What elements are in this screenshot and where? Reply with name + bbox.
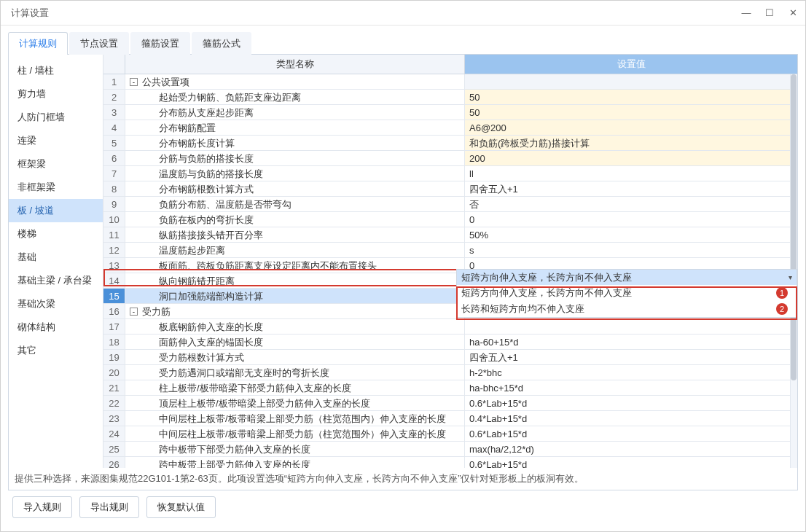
- table-row[interactable]: 4分布钢筋配置A6@200: [103, 120, 797, 136]
- row-value[interactable]: 50: [465, 90, 797, 105]
- row-value[interactable]: 200: [465, 151, 797, 166]
- row-number: 22: [103, 396, 125, 411]
- row-value[interactable]: ha-bhc+15*d: [465, 380, 797, 396]
- row-value[interactable]: 0.6*Lab+15*d: [465, 396, 797, 411]
- collapse-toggle-icon[interactable]: -: [130, 308, 138, 316]
- sidebar-item[interactable]: 砌体结构: [9, 316, 103, 339]
- row-value[interactable]: ll: [465, 166, 797, 181]
- col-header-name: 类型名称: [125, 55, 465, 74]
- table-row[interactable]: 21柱上板带/板带暗梁下部受力筋伸入支座的长度ha-bhc+15*d: [103, 380, 797, 396]
- row-name: 洞口加强筋端部构造计算: [125, 289, 465, 304]
- row-value[interactable]: 0.6*Lab+15*d: [465, 457, 797, 468]
- minimize-icon[interactable]: —: [741, 7, 751, 18]
- row-name: -受力筋: [125, 304, 465, 319]
- row-number: 5: [103, 136, 125, 151]
- tab-node-settings[interactable]: 节点设置: [69, 32, 129, 55]
- restore-defaults-button[interactable]: 恢复默认值: [146, 496, 216, 518]
- row-name: 受力筋遇洞口或端部无支座时的弯折长度: [125, 365, 465, 380]
- sidebar-item[interactable]: 剪力墙: [9, 82, 103, 106]
- row-value[interactable]: [465, 319, 797, 335]
- tab-stirrup-formula[interactable]: 箍筋公式: [192, 32, 251, 55]
- row-value[interactable]: max(ha/2,12*d): [465, 442, 797, 457]
- tab-stirrup-settings[interactable]: 箍筋设置: [130, 32, 190, 55]
- close-icon[interactable]: ✕: [788, 7, 798, 18]
- button-bar: 导入规则 导出规则 恢复默认值: [8, 490, 798, 525]
- row-name: 柱上板带/板带暗梁下部受力筋伸入支座的长度: [125, 380, 465, 396]
- table-row[interactable]: 25跨中板带下部受力筋伸入支座的长度max(ha/2,12*d): [103, 442, 797, 457]
- table-row[interactable]: 19受力筋根数计算方式四舍五入+1: [103, 350, 797, 365]
- table-row[interactable]: 17板底钢筋伸入支座的长度: [103, 319, 797, 335]
- chevron-down-icon: ▾: [789, 273, 792, 281]
- maximize-icon[interactable]: ☐: [764, 7, 775, 18]
- row-value[interactable]: 四舍五入+1: [465, 350, 797, 365]
- sidebar-item[interactable]: 板 / 坡道: [9, 199, 103, 222]
- sidebar-item[interactable]: 柱 / 墙柱: [9, 59, 103, 82]
- row-value[interactable]: h-2*bhc: [465, 365, 797, 380]
- sidebar-item[interactable]: 框架梁: [9, 152, 103, 176]
- row-number: 2: [103, 90, 125, 105]
- row-name-text: 纵筋搭接接头错开百分率: [159, 230, 263, 240]
- dropdown-selected[interactable]: 短跨方向伸入支座，长跨方向不伸入支座 ▾: [457, 270, 797, 285]
- row-name: 分布钢筋长度计算: [125, 136, 465, 151]
- row-value[interactable]: s: [465, 243, 797, 258]
- row-value[interactable]: 0: [465, 212, 797, 227]
- table-row[interactable]: 18面筋伸入支座的锚固长度ha-60+15*d: [103, 335, 797, 350]
- row-value[interactable]: ha-60+15*d: [465, 335, 797, 350]
- import-rules-button[interactable]: 导入规则: [12, 496, 72, 518]
- sidebar-item[interactable]: 基础次梁: [9, 292, 103, 316]
- row-name-text: 板底钢筋伸入支座的长度: [159, 321, 263, 332]
- dropdown-option[interactable]: 长跨和短跨方向均不伸入支座 2: [457, 301, 797, 317]
- sidebar-item[interactable]: 连梁: [9, 129, 103, 152]
- row-value[interactable]: 和负筋(跨板受力筋)搭接计算: [465, 136, 797, 151]
- row-value[interactable]: 0.4*Lab+15*d: [465, 411, 797, 426]
- row-value[interactable]: 0.6*Lab+15*d: [465, 426, 797, 442]
- row-value[interactable]: 四舍五入+1: [465, 181, 797, 197]
- table-row[interactable]: 11纵筋搭接接头错开百分率50%: [103, 227, 797, 243]
- table-row[interactable]: 8分布钢筋根数计算方式四舍五入+1: [103, 181, 797, 197]
- value-dropdown[interactable]: 短跨方向伸入支座，长跨方向不伸入支座 ▾ 短跨方向伸入支座，长跨方向不伸入支座 …: [456, 269, 797, 318]
- row-number: 13: [103, 258, 125, 273]
- table-row[interactable]: 3分布筋从支座起步距离50: [103, 105, 797, 120]
- row-name-text: 受力筋: [142, 306, 171, 317]
- row-value[interactable]: [465, 74, 797, 90]
- table-row[interactable]: 24中间层柱上板带/板带暗梁上部受力筋（柱宽范围外）伸入支座的长度0.6*Lab…: [103, 426, 797, 442]
- row-name: 负筋分布筋、温度筋是否带弯勾: [125, 197, 465, 212]
- table-row[interactable]: 22顶层柱上板带/板带暗梁上部受力筋伸入支座的长度0.6*Lab+15*d: [103, 396, 797, 411]
- row-name-text: 分布钢筋根数计算方式: [159, 184, 254, 195]
- dropdown-option[interactable]: 短跨方向伸入支座，长跨方向不伸入支座 1: [457, 285, 797, 301]
- row-name-text: 跨中板带上部受力筋伸入支座的长度: [159, 459, 310, 468]
- sidebar-item[interactable]: 基础: [9, 246, 103, 269]
- row-value[interactable]: 50: [465, 105, 797, 120]
- row-name: 板面筋、跨板负筋距离支座设定距离内不能布置接头: [125, 258, 465, 273]
- row-number: 20: [103, 365, 125, 380]
- sidebar-item[interactable]: 人防门框墙: [9, 106, 103, 129]
- table-row[interactable]: 12温度筋起步距离s: [103, 243, 797, 258]
- row-value[interactable]: A6@200: [465, 120, 797, 136]
- row-number: 17: [103, 319, 125, 335]
- row-number: 23: [103, 411, 125, 426]
- sidebar-item[interactable]: 其它: [9, 339, 103, 362]
- table-row[interactable]: 9负筋分布筋、温度筋是否带弯勾否: [103, 197, 797, 212]
- table-row[interactable]: 10负筋在板内的弯折长度0: [103, 212, 797, 227]
- row-number: 11: [103, 227, 125, 243]
- row-value[interactable]: 50%: [465, 227, 797, 243]
- col-header-value: 设置值: [465, 55, 797, 74]
- table-row[interactable]: 1-公共设置项: [103, 74, 797, 90]
- row-value[interactable]: 否: [465, 197, 797, 212]
- table-row[interactable]: 2起始受力钢筋、负筋距支座边距离50: [103, 90, 797, 105]
- tab-calc-rule[interactable]: 计算规则: [8, 32, 68, 55]
- row-name: 分布钢筋配置: [125, 120, 465, 136]
- table-row[interactable]: 23中间层柱上板带/板带暗梁上部受力筋（柱宽范围内）伸入支座的长度0.4*Lab…: [103, 411, 797, 426]
- table-row[interactable]: 20受力筋遇洞口或端部无支座时的弯折长度h-2*bhc: [103, 365, 797, 380]
- row-name: 起始受力钢筋、负筋距支座边距离: [125, 90, 465, 105]
- table-row[interactable]: 26跨中板带上部受力筋伸入支座的长度0.6*Lab+15*d: [103, 457, 797, 468]
- table-row[interactable]: 6分筋与负筋的搭接长度200: [103, 151, 797, 166]
- sidebar-item[interactable]: 基础主梁 / 承台梁: [9, 269, 103, 292]
- table-row[interactable]: 5分布钢筋长度计算和负筋(跨板受力筋)搭接计算: [103, 136, 797, 151]
- scroll-thumb[interactable]: [791, 74, 797, 380]
- export-rules-button[interactable]: 导出规则: [79, 496, 139, 518]
- sidebar-item[interactable]: 非框架梁: [9, 176, 103, 199]
- collapse-toggle-icon[interactable]: -: [130, 78, 138, 86]
- table-row[interactable]: 7温度筋与负筋的搭接长度ll: [103, 166, 797, 181]
- sidebar-item[interactable]: 楼梯: [9, 222, 103, 246]
